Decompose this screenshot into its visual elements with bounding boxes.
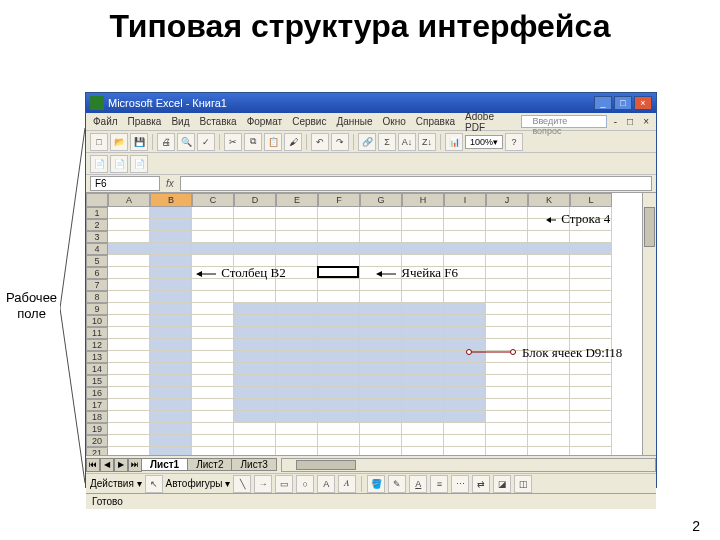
cell[interactable] — [276, 231, 318, 243]
cell[interactable] — [192, 375, 234, 387]
doc-restore[interactable]: □ — [624, 116, 636, 127]
worksheet-grid[interactable]: ABCDEFGHIJKL 123456789101112131415161718… — [86, 193, 656, 455]
open-icon[interactable]: 📂 — [110, 133, 128, 151]
cell[interactable] — [234, 303, 276, 315]
cell[interactable] — [570, 423, 612, 435]
cell[interactable] — [318, 387, 360, 399]
cell[interactable] — [234, 423, 276, 435]
cell[interactable] — [192, 291, 234, 303]
cell[interactable] — [276, 435, 318, 447]
cell[interactable] — [360, 351, 402, 363]
cell[interactable] — [276, 351, 318, 363]
cell[interactable] — [108, 339, 150, 351]
cell[interactable] — [192, 351, 234, 363]
cell[interactable] — [528, 231, 570, 243]
sheet-tab-1[interactable]: Лист1 — [141, 458, 188, 471]
tab-nav-next[interactable]: ▶ — [114, 458, 128, 472]
pdf-icon-1[interactable]: 📄 — [90, 155, 108, 173]
row-header-16[interactable]: 16 — [86, 387, 108, 399]
cell[interactable] — [150, 279, 192, 291]
cell[interactable] — [234, 435, 276, 447]
sort-desc-icon[interactable]: Z↓ — [418, 133, 436, 151]
cell[interactable] — [402, 315, 444, 327]
cell[interactable] — [234, 399, 276, 411]
cell[interactable] — [360, 315, 402, 327]
cell[interactable] — [360, 411, 402, 423]
cell[interactable] — [276, 303, 318, 315]
save-icon[interactable]: 💾 — [130, 133, 148, 151]
cell[interactable] — [108, 447, 150, 455]
cell[interactable] — [234, 315, 276, 327]
cell[interactable] — [486, 303, 528, 315]
cell[interactable] — [570, 291, 612, 303]
cell[interactable] — [150, 387, 192, 399]
cell[interactable] — [360, 207, 402, 219]
cell[interactable] — [192, 399, 234, 411]
cell[interactable] — [150, 243, 192, 255]
cell[interactable] — [318, 255, 360, 267]
horizontal-scrollbar[interactable] — [281, 458, 656, 472]
row-header-20[interactable]: 20 — [86, 435, 108, 447]
cell[interactable] — [150, 351, 192, 363]
menu-file[interactable]: Файл — [90, 116, 121, 127]
cell[interactable] — [570, 447, 612, 455]
cell[interactable] — [402, 435, 444, 447]
cell[interactable] — [570, 399, 612, 411]
cell[interactable] — [318, 423, 360, 435]
shadow-icon[interactable]: ◪ — [493, 475, 511, 493]
cell[interactable] — [234, 363, 276, 375]
cell[interactable] — [528, 411, 570, 423]
cell[interactable] — [276, 339, 318, 351]
cell[interactable] — [486, 411, 528, 423]
cell[interactable] — [150, 219, 192, 231]
column-header-H[interactable]: H — [402, 193, 444, 207]
cell[interactable] — [108, 411, 150, 423]
cell[interactable] — [318, 327, 360, 339]
cell[interactable] — [570, 279, 612, 291]
wordart-icon[interactable]: 𝐴 — [338, 475, 356, 493]
cell[interactable] — [318, 375, 360, 387]
cell[interactable] — [150, 363, 192, 375]
cell[interactable] — [360, 435, 402, 447]
cell[interactable] — [150, 267, 192, 279]
cell[interactable] — [402, 447, 444, 455]
cell[interactable] — [444, 207, 486, 219]
cell[interactable] — [444, 327, 486, 339]
cell[interactable] — [108, 315, 150, 327]
row-header-6[interactable]: 6 — [86, 267, 108, 279]
cell[interactable] — [318, 243, 360, 255]
column-header-A[interactable]: A — [108, 193, 150, 207]
pdf-icon-3[interactable]: 📄 — [130, 155, 148, 173]
cell[interactable] — [402, 231, 444, 243]
row-header-2[interactable]: 2 — [86, 219, 108, 231]
cell[interactable] — [108, 231, 150, 243]
cell[interactable] — [486, 243, 528, 255]
cell[interactable] — [486, 219, 528, 231]
cell[interactable] — [402, 207, 444, 219]
name-box[interactable]: F6 — [90, 176, 160, 191]
cell[interactable] — [402, 363, 444, 375]
cell[interactable] — [528, 291, 570, 303]
cell[interactable] — [234, 291, 276, 303]
cell[interactable] — [528, 399, 570, 411]
row-header-10[interactable]: 10 — [86, 315, 108, 327]
column-header-I[interactable]: I — [444, 193, 486, 207]
cell[interactable] — [234, 387, 276, 399]
cell[interactable] — [150, 339, 192, 351]
autosum-icon[interactable]: Σ — [378, 133, 396, 151]
tab-nav-prev[interactable]: ◀ — [100, 458, 114, 472]
cell[interactable] — [234, 207, 276, 219]
cell[interactable] — [108, 327, 150, 339]
cell[interactable] — [192, 303, 234, 315]
cell[interactable] — [402, 351, 444, 363]
cell[interactable] — [402, 291, 444, 303]
cell[interactable] — [528, 435, 570, 447]
cell[interactable] — [108, 435, 150, 447]
menu-edit[interactable]: Правка — [125, 116, 165, 127]
row-header-9[interactable]: 9 — [86, 303, 108, 315]
cell[interactable] — [108, 387, 150, 399]
vertical-scrollbar[interactable] — [642, 193, 656, 455]
cell[interactable] — [444, 399, 486, 411]
cell[interactable] — [150, 303, 192, 315]
cell[interactable] — [276, 375, 318, 387]
